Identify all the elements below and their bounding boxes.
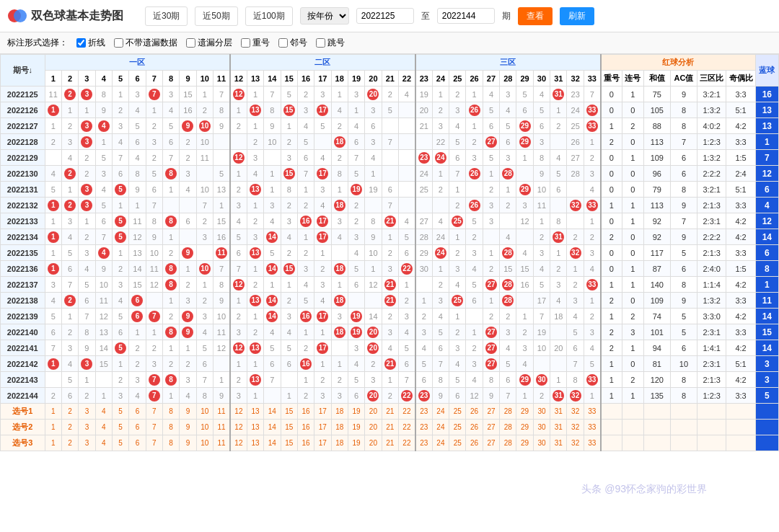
xuanhao-num-13[interactable]: 13: [247, 404, 263, 420]
xuanhao-num-33[interactable]: 33: [584, 420, 600, 435]
xuanhao-num-8[interactable]: 8: [162, 435, 179, 451]
xuanhao-num-27[interactable]: 27: [483, 404, 499, 420]
xuanhao-num-6[interactable]: 6: [129, 404, 146, 420]
xuanhao-num-13[interactable]: 13: [247, 420, 263, 435]
xuanhao-num-5[interactable]: 5: [112, 435, 128, 451]
xuanhao-num-29[interactable]: 29: [516, 435, 533, 451]
xuanhao-num-12[interactable]: 12: [230, 420, 247, 435]
xuanhao-num-28[interactable]: 28: [500, 420, 516, 435]
xuanhao-num-10[interactable]: 10: [196, 420, 213, 435]
xuanhao-num-31[interactable]: 31: [550, 420, 567, 435]
xuanhao-num-23[interactable]: 23: [415, 420, 432, 435]
xuanhao-num-11[interactable]: 11: [214, 404, 230, 420]
xuanhao-num-4[interactable]: 4: [95, 420, 112, 435]
xuanhao-num-30[interactable]: 30: [533, 404, 550, 420]
xuanhao-num-14[interactable]: 14: [264, 420, 281, 435]
xuanhao-num-17[interactable]: 17: [314, 404, 331, 420]
xuanhao-num-23[interactable]: 23: [415, 435, 432, 451]
xuanhao-num-31[interactable]: 31: [550, 404, 567, 420]
xuanhao-num-20[interactable]: 20: [365, 404, 382, 420]
xuanhao-num-32[interactable]: 32: [567, 420, 584, 435]
check-chonghao[interactable]: 重号: [241, 37, 270, 49]
xuanhao-num-33[interactable]: 33: [584, 435, 600, 451]
xuanhao-num-7[interactable]: 7: [146, 404, 162, 420]
btn-30[interactable]: 近30期: [145, 6, 188, 26]
xuanhao-num-20[interactable]: 20: [365, 435, 382, 451]
check-yiloufenceng[interactable]: 遗漏分层: [186, 37, 232, 49]
xuanhao-num-15[interactable]: 15: [281, 435, 297, 451]
xuanhao-num-16[interactable]: 16: [297, 435, 314, 451]
xuanhao-num-22[interactable]: 22: [398, 420, 415, 435]
xuanhao-num-5[interactable]: 5: [112, 404, 128, 420]
xuanhao-num-30[interactable]: 30: [533, 435, 550, 451]
xuanhao-num-21[interactable]: 21: [382, 404, 398, 420]
date-to-input[interactable]: [437, 8, 495, 24]
xuanhao-num-15[interactable]: 15: [281, 420, 297, 435]
xuanhao-num-25[interactable]: 25: [449, 404, 466, 420]
refresh-button[interactable]: 刷新: [560, 7, 594, 25]
xuanhao-num-32[interactable]: 32: [567, 404, 584, 420]
xuanhao-num-3[interactable]: 3: [79, 404, 95, 420]
xuanhao-num-21[interactable]: 21: [382, 420, 398, 435]
xuanhao-num-15[interactable]: 15: [281, 404, 297, 420]
xuanhao-num-25[interactable]: 25: [449, 435, 466, 451]
xuanhao-num-10[interactable]: 10: [196, 435, 213, 451]
xuanhao-num-26[interactable]: 26: [466, 435, 483, 451]
xuanhao-num-3[interactable]: 3: [79, 420, 95, 435]
xuanhao-num-1[interactable]: 1: [45, 404, 61, 420]
xuanhao-num-11[interactable]: 11: [214, 420, 230, 435]
xuanhao-num-28[interactable]: 28: [500, 404, 516, 420]
xuanhao-num-7[interactable]: 7: [146, 420, 162, 435]
xuanhao-num-29[interactable]: 29: [516, 404, 533, 420]
btn-50[interactable]: 近50期: [195, 6, 237, 26]
xuanhao-num-19[interactable]: 19: [348, 420, 364, 435]
xuanhao-num-5[interactable]: 5: [112, 420, 128, 435]
xuanhao-num-6[interactable]: 6: [129, 435, 146, 451]
xuanhao-num-19[interactable]: 19: [348, 404, 364, 420]
xuanhao-num-18[interactable]: 18: [331, 420, 348, 435]
xuanhao-num-13[interactable]: 13: [247, 435, 263, 451]
check-linhao[interactable]: 邻号: [278, 37, 307, 49]
xuanhao-num-2[interactable]: 2: [61, 420, 78, 435]
xuanhao-num-22[interactable]: 22: [398, 404, 415, 420]
xuanhao-num-23[interactable]: 23: [415, 404, 432, 420]
xuanhao-num-30[interactable]: 30: [533, 420, 550, 435]
xuanhao-num-24[interactable]: 24: [432, 404, 449, 420]
xuanhao-num-2[interactable]: 2: [61, 404, 78, 420]
check-tiaohao[interactable]: 跳号: [316, 37, 345, 49]
xuanhao-num-32[interactable]: 32: [567, 435, 584, 451]
xuanhao-num-24[interactable]: 24: [432, 420, 449, 435]
xuanhao-num-3[interactable]: 3: [79, 435, 95, 451]
check-noyilou[interactable]: 不带遗漏数据: [114, 37, 177, 49]
xuanhao-num-1[interactable]: 1: [45, 420, 61, 435]
xuanhao-num-16[interactable]: 16: [297, 420, 314, 435]
xuanhao-num-27[interactable]: 27: [483, 435, 499, 451]
xuanhao-num-17[interactable]: 17: [314, 420, 331, 435]
xuanhao-num-27[interactable]: 27: [483, 420, 499, 435]
xuanhao-num-33[interactable]: 33: [584, 404, 600, 420]
xuanhao-num-4[interactable]: 4: [95, 404, 112, 420]
xuanhao-num-28[interactable]: 28: [500, 435, 516, 451]
xuanhao-num-8[interactable]: 8: [162, 404, 179, 420]
xuanhao-num-31[interactable]: 31: [550, 435, 567, 451]
xuanhao-num-2[interactable]: 2: [61, 435, 78, 451]
xuanhao-num-18[interactable]: 18: [331, 404, 348, 420]
xuanhao-num-26[interactable]: 26: [466, 420, 483, 435]
xuanhao-num-29[interactable]: 29: [516, 420, 533, 435]
xuanhao-num-10[interactable]: 10: [196, 404, 213, 420]
xuanhao-num-18[interactable]: 18: [331, 435, 348, 451]
xuanhao-num-12[interactable]: 12: [230, 404, 247, 420]
xuanhao-num-11[interactable]: 11: [214, 435, 230, 451]
xuanhao-num-22[interactable]: 22: [398, 435, 415, 451]
xuanhao-num-14[interactable]: 14: [264, 435, 281, 451]
xuanhao-num-12[interactable]: 12: [230, 435, 247, 451]
xuanhao-num-6[interactable]: 6: [129, 420, 146, 435]
xuanhao-num-25[interactable]: 25: [449, 420, 466, 435]
xuanhao-num-4[interactable]: 4: [95, 435, 112, 451]
xuanhao-num-7[interactable]: 7: [146, 435, 162, 451]
check-zhexian[interactable]: 折线: [76, 37, 105, 49]
date-from-input[interactable]: [356, 8, 414, 24]
xuanhao-num-9[interactable]: 9: [180, 420, 196, 435]
query-button[interactable]: 查看: [518, 7, 553, 25]
xuanhao-num-17[interactable]: 17: [314, 435, 331, 451]
